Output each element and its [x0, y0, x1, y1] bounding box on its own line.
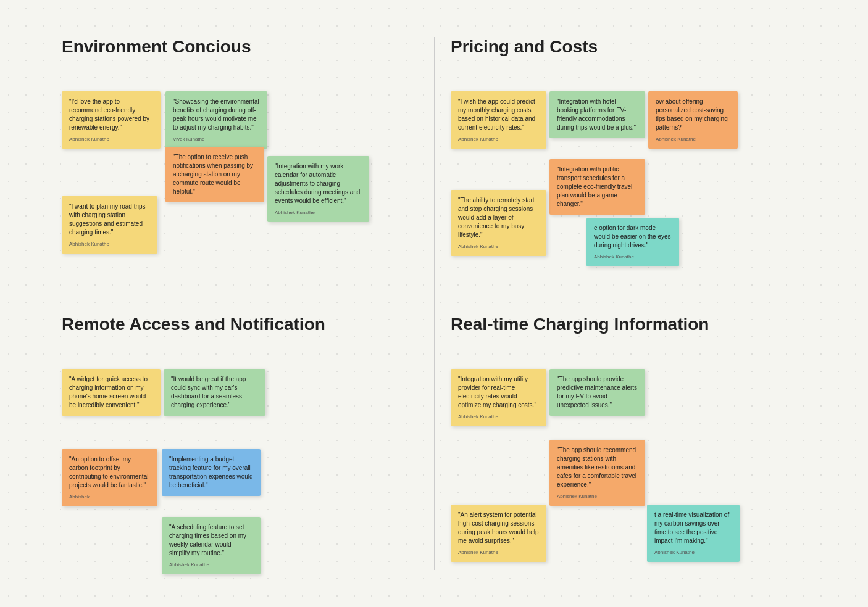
card-author: Abhishek Kunathe — [557, 493, 638, 500]
card-rc1: "Integration with my utility provider fo… — [451, 369, 546, 426]
card-author: Abhishek Kunathe — [69, 136, 153, 142]
card-ec2: "Showcasing the environmental benefits o… — [165, 91, 267, 149]
card-text: e option for dark mode would be easier o… — [594, 225, 671, 249]
vertical-divider — [434, 37, 435, 570]
card-text: "An alert system for potential high-cost… — [458, 511, 539, 544]
card-author: Abhishek Kunathe — [458, 136, 539, 142]
card-rc5: t a real-time visualization of my carbon… — [647, 505, 740, 562]
section-title-env: Environment Concious — [62, 37, 463, 57]
card-text: "Integration with my work calendar for a… — [275, 163, 360, 204]
section-pricing-costs: Pricing and Costs "I wish the app could … — [451, 37, 852, 301]
card-text: t a real-time visualization of my carbon… — [654, 511, 729, 544]
section-environment-concious: Environment Concious "I'd love the app t… — [62, 37, 463, 301]
card-author: Vivek Kunathe — [173, 136, 260, 142]
card-text: "I wish the app could predict my monthly… — [458, 98, 535, 131]
card-pc2: "Integration with hotel booking platform… — [549, 91, 645, 138]
card-rc2: "The app should provide predictive maint… — [549, 369, 645, 416]
card-author: Abhishek Kunathe — [69, 241, 150, 247]
card-pc3: ow about offering personalized cost-savi… — [648, 91, 738, 149]
card-text: "A widget for quick access to charging i… — [69, 376, 148, 408]
card-author: Abhishek Kunathe — [458, 243, 539, 250]
card-author: Abhishek Kunathe — [594, 254, 672, 260]
card-author: Abhishek Kunathe — [275, 209, 362, 216]
card-text: "Integration with my utility provider fo… — [458, 376, 536, 408]
card-ra4: "Implementing a budget tracking feature … — [162, 449, 261, 496]
main-page: Environment Concious "I'd love the app t… — [0, 0, 868, 607]
card-ec4: "Integration with my work calendar for a… — [267, 156, 369, 222]
cards-area-remote: "A widget for quick access to charging i… — [62, 344, 463, 579]
card-author: Abhishek Kunathe — [458, 549, 539, 556]
card-ra5: "A scheduling feature to set charging ti… — [162, 517, 261, 574]
card-author: Abhishek Kunathe — [458, 413, 539, 420]
card-ra1: "A widget for quick access to charging i… — [62, 369, 161, 416]
cards-area-pricing: "I wish the app could predict my monthly… — [451, 67, 852, 301]
card-author: Abhishek Kunathe — [656, 136, 730, 142]
card-text: "Implementing a budget tracking feature … — [169, 456, 253, 489]
card-ec3: "The option to receive push notification… — [165, 147, 264, 202]
card-rc3: "The app should recommend charging stati… — [549, 440, 645, 506]
card-pc1: "I wish the app could predict my monthly… — [451, 91, 546, 149]
card-text: "I want to plan my road trips with charg… — [69, 203, 146, 236]
card-text: "An option to offset my carbon footprint… — [69, 456, 148, 489]
card-text: "Integration with public transport sched… — [557, 166, 632, 207]
section-remote-access: Remote Access and Notification "A widget… — [62, 315, 463, 579]
card-pc6: e option for dark mode would be easier o… — [586, 218, 679, 266]
card-text: "It would be great if the app could sync… — [171, 376, 246, 408]
card-text: ow about offering personalized cost-savi… — [656, 98, 728, 131]
card-text: "I'd love the app to recommend eco-frien… — [69, 98, 149, 131]
cards-area-env: "I'd love the app to recommend eco-frien… — [62, 67, 463, 301]
card-text: "Integration with hotel booking platform… — [557, 98, 636, 131]
card-ec1: "I'd love the app to recommend eco-frien… — [62, 91, 161, 149]
card-ra3: "An option to offset my carbon footprint… — [62, 449, 157, 506]
section-realtime-charging: Real-time Charging Information "Integrat… — [451, 315, 852, 579]
card-author: Abhishek Kunathe — [654, 549, 732, 556]
section-title-realtime: Real-time Charging Information — [451, 315, 852, 334]
card-pc4: "Integration with public transport sched… — [549, 159, 645, 215]
card-author: Abhishek Kunathe — [169, 561, 253, 568]
card-text: "A scheduling feature to set charging ti… — [169, 524, 246, 556]
card-text: "The option to receive push notification… — [173, 154, 253, 195]
card-ra2: "It would be great if the app could sync… — [164, 369, 265, 416]
card-text: "The ability to remotely start and stop … — [458, 197, 535, 238]
card-text: "The app should provide predictive maint… — [557, 376, 637, 408]
section-title-pricing: Pricing and Costs — [451, 37, 852, 57]
card-ec5: "I want to plan my road trips with charg… — [62, 196, 157, 254]
card-rc4: "An alert system for potential high-cost… — [451, 505, 546, 562]
card-text: "The app should recommend charging stati… — [557, 447, 636, 488]
section-title-remote: Remote Access and Notification — [62, 315, 463, 334]
card-author: Abhishek — [69, 493, 150, 500]
cards-area-realtime: "Integration with my utility provider fo… — [451, 344, 852, 579]
card-text: "Showcasing the environmental benefits o… — [173, 98, 259, 131]
card-pc5: "The ability to remotely start and stop … — [451, 190, 546, 256]
